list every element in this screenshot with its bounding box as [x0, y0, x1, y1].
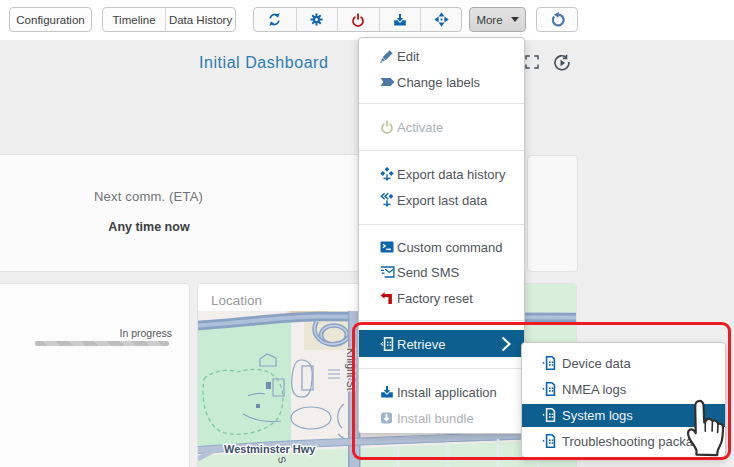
svg-text:Westminster Hwy: Westminster Hwy: [224, 443, 316, 455]
